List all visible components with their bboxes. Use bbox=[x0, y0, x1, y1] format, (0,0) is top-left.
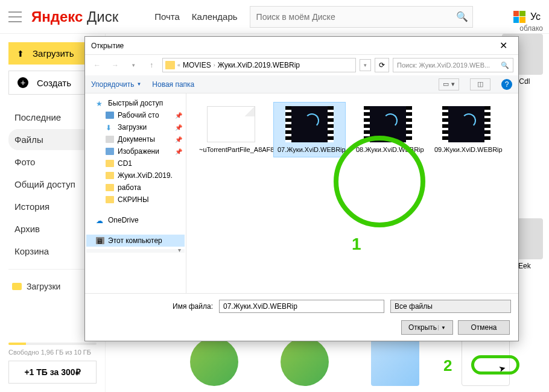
file-item[interactable]: ~uTorrentPartFile_A8AF8800.dat bbox=[195, 102, 267, 157]
sidebar-item[interactable]: История bbox=[8, 196, 97, 217]
storage-text: Свободно 1,96 ГБ из 10 ГБ bbox=[8, 349, 97, 356]
tree-item[interactable]: CD1 bbox=[86, 157, 185, 169]
pc-icon: 🖥 bbox=[96, 237, 104, 244]
chevron-down-icon: ▼ bbox=[136, 81, 141, 87]
upload-label: Загрузить bbox=[33, 48, 74, 58]
logo[interactable]: Яндекс Диск bbox=[31, 8, 118, 25]
sidebar-item[interactable]: Фото bbox=[8, 151, 97, 172]
up-icon[interactable]: ↑ bbox=[144, 58, 159, 72]
tree-item[interactable]: ⬇Загрузки📌 bbox=[86, 121, 185, 133]
folder-icon bbox=[12, 283, 22, 290]
file-list: ~uTorrentPartFile_A8AF8800.dat07.Жуки.Xv… bbox=[186, 93, 518, 293]
organize-button[interactable]: Упорядочить ▼ bbox=[91, 80, 141, 89]
logo-brand: Яндекс bbox=[31, 8, 83, 25]
sidebar-nav: ПоследниеФайлыФотоОбщий доступИсторияАрх… bbox=[8, 107, 97, 262]
search-input[interactable] bbox=[250, 6, 473, 28]
pin-icon: 📌 bbox=[175, 148, 182, 155]
folder-icon bbox=[106, 196, 114, 203]
tree-item[interactable]: Документы📌 bbox=[86, 133, 185, 145]
cloud-tag: облако bbox=[519, 24, 543, 33]
file-thumb[interactable] bbox=[462, 338, 510, 386]
file-name: 09.Жуки.XviD.WEBRip bbox=[434, 146, 498, 153]
tree-label: CD1 bbox=[118, 159, 132, 168]
tree-item[interactable]: работа bbox=[86, 182, 185, 194]
tree-item[interactable]: ★Быстрый доступ bbox=[86, 97, 185, 109]
new-folder-button[interactable]: Новая папка bbox=[152, 80, 194, 89]
chevron-right-icon: › bbox=[214, 62, 215, 68]
sidebar-folder-downloads[interactable]: Загрузки bbox=[8, 277, 97, 296]
help-icon[interactable]: ? bbox=[501, 79, 512, 90]
forward-icon[interactable]: → bbox=[108, 58, 122, 72]
windows-area: Ус bbox=[513, 11, 541, 23]
file-item[interactable]: 07.Жуки.XviD.WEBRip bbox=[273, 102, 346, 157]
preview-pane-button[interactable]: ◫ bbox=[470, 78, 490, 90]
dialog-search-input[interactable]: Поиск: Жуки.XviD.2019.WEB... 🔍 bbox=[393, 58, 513, 72]
tree-label: OneDrive bbox=[108, 216, 139, 224]
dropdown-split-icon[interactable]: ▼ bbox=[438, 325, 446, 330]
tree-label: Загрузки bbox=[118, 123, 147, 131]
sidebar-item[interactable]: Последние bbox=[8, 107, 97, 128]
back-icon[interactable]: ← bbox=[90, 58, 104, 72]
chevron-icon: « bbox=[177, 62, 180, 68]
nav-mail[interactable]: Почта bbox=[154, 11, 180, 22]
tree-item[interactable]: Изображени📌 bbox=[86, 145, 185, 157]
nav-calendar[interactable]: Календарь bbox=[192, 11, 238, 22]
dialog-toolbar: Упорядочить ▼ Новая папка ▭ ▾ ◫ ? bbox=[85, 75, 518, 93]
upgrade-button[interactable]: +1 ТБ за 300₽ bbox=[8, 361, 97, 384]
pic-icon bbox=[106, 148, 114, 155]
breadcrumb-item[interactable]: MOVIES bbox=[183, 61, 211, 69]
folder-icon bbox=[106, 184, 114, 191]
file-item[interactable]: 08.Жуки.XviD.WEBRip bbox=[352, 102, 424, 157]
open-button[interactable]: Открыть ▼ bbox=[401, 320, 453, 335]
tree-item[interactable]: Жуки.XviD.2019. bbox=[86, 169, 185, 182]
file-open-dialog: Открытие ✕ ← → ▾ ↑ « MOVIES › Жуки.XviD.… bbox=[84, 36, 519, 341]
app-header: Яндекс Диск Почта Календарь 🔍 Ус bbox=[0, 0, 549, 34]
sidebar-item[interactable]: Общий доступ bbox=[8, 174, 97, 195]
windows-icon bbox=[513, 11, 525, 23]
breadcrumb[interactable]: « MOVIES › Жуки.XviD.2019.WEBRip bbox=[162, 58, 356, 72]
breadcrumb-item[interactable]: Жуки.XviD.2019.WEBRip bbox=[218, 61, 300, 69]
sidebar-item[interactable]: Корзина bbox=[8, 241, 97, 262]
upload-icon: ⬆ bbox=[17, 49, 24, 58]
file-row bbox=[190, 338, 549, 386]
sidebar-item[interactable]: Архив bbox=[8, 218, 97, 239]
cancel-button[interactable]: Отмена bbox=[458, 320, 510, 335]
star-icon: ★ bbox=[96, 100, 104, 107]
filetype-select[interactable] bbox=[390, 300, 511, 313]
annotation-number-1: 1 bbox=[352, 235, 361, 254]
file-item[interactable]: 09.Жуки.XviD.WEBRip bbox=[430, 102, 503, 157]
sidebar-item[interactable]: Файлы bbox=[8, 129, 97, 150]
upload-button[interactable]: ⬆ Загрузить bbox=[8, 42, 97, 65]
breadcrumb-chevron-icon[interactable]: ▾ bbox=[360, 59, 371, 71]
file-thumb[interactable] bbox=[281, 338, 329, 386]
refresh-icon[interactable]: ⟳ bbox=[375, 58, 389, 72]
filename-input[interactable] bbox=[219, 300, 384, 313]
search-icon: 🔍 bbox=[501, 62, 509, 69]
tree-item[interactable]: 🖥Этот компьютер bbox=[86, 235, 185, 247]
search-container: 🔍 bbox=[250, 6, 473, 28]
pin-icon: 📌 bbox=[175, 124, 182, 131]
create-label: Создать bbox=[37, 78, 71, 88]
create-button[interactable]: + Создать bbox=[8, 71, 97, 95]
tree-item[interactable]: ☁OneDrive bbox=[86, 214, 185, 226]
tree-label: Изображени bbox=[118, 147, 159, 156]
dialog-footer: Имя файла: Открыть ▼ Отмена bbox=[85, 293, 518, 341]
hamburger-icon[interactable] bbox=[8, 11, 22, 22]
view-mode-button[interactable]: ▭ ▾ bbox=[439, 78, 459, 90]
tree-splitter[interactable] bbox=[86, 249, 185, 253]
close-icon[interactable]: ✕ bbox=[494, 37, 512, 55]
file-thumb[interactable] bbox=[190, 338, 238, 386]
file-thumb[interactable] bbox=[371, 338, 419, 386]
logo-product: Диск bbox=[83, 8, 118, 25]
search-icon[interactable]: 🔍 bbox=[456, 11, 468, 22]
recent-dropdown-icon[interactable]: ▾ bbox=[126, 58, 141, 72]
folder-icon bbox=[106, 160, 114, 167]
install-text: Ус bbox=[530, 11, 541, 22]
open-label: Открыть bbox=[408, 323, 437, 332]
tree-label: Этот компьютер bbox=[108, 236, 162, 245]
tree-item[interactable]: Рабочий сто📌 bbox=[86, 109, 185, 121]
plus-icon: + bbox=[17, 77, 28, 88]
tree-label: Жуки.XviD.2019. bbox=[118, 171, 173, 180]
tree-item[interactable]: СКРИНЫ bbox=[86, 194, 185, 206]
top-nav: Почта Календарь bbox=[154, 11, 237, 22]
